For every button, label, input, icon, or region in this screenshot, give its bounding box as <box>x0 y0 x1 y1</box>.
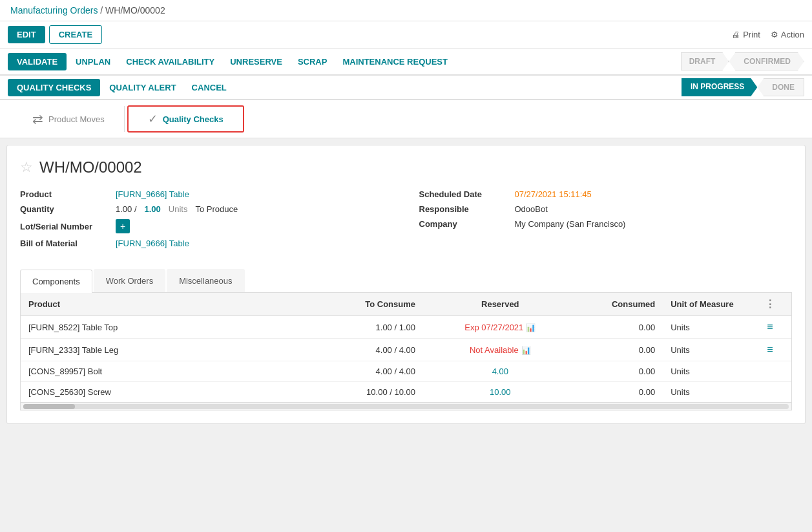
responsible-field-row: Responsible OdooBot <box>419 204 793 214</box>
company-field-row: Company My Company (San Francisco) <box>419 219 793 229</box>
cell-uom: Units <box>663 382 749 403</box>
company-value: My Company (San Francisco) <box>515 219 626 229</box>
scrollbar-track <box>23 404 789 409</box>
cell-uom: Units <box>663 361 749 382</box>
action-bar-row1: VALIDATE UNPLAN CHECK AVAILABILITY UNRES… <box>0 48 812 76</box>
quantity-field-row: Quantity 1.00 / 1.00 Units To Produce <box>20 204 393 214</box>
product-value[interactable]: [FURN_9666] Table <box>116 189 189 199</box>
forecast-chart-icon[interactable]: 📊 <box>521 346 531 355</box>
edit-button[interactable]: EDIT <box>8 26 45 43</box>
cancel-button[interactable]: CANCEL <box>185 79 233 96</box>
quantity-label: Quantity <box>20 204 110 214</box>
cell-product: [CONS_89957] Bolt <box>21 361 320 382</box>
cell-product: [FURN_2333] Table Leg <box>21 339 320 361</box>
breadcrumb-separator: / <box>100 5 105 16</box>
tab-work-orders[interactable]: Work Orders <box>94 269 165 292</box>
status-done: DONE <box>757 78 804 96</box>
scheduled-date-field-row: Scheduled Date 07/27/2021 15:11:45 <box>419 189 793 199</box>
lot-add-button[interactable]: + <box>116 219 130 233</box>
table-body: [FURN_8522] Table Top1.00 / 1.00Exp 07/2… <box>21 316 791 403</box>
responsible-value: OdooBot <box>515 204 548 214</box>
table-header-row: Product To Consume Reserved Consumed Uni… <box>21 293 791 316</box>
cell-uom: Units <box>663 316 749 339</box>
product-moves-label: Product Moves <box>48 114 105 124</box>
form-right-column: Scheduled Date 07/27/2021 15:11:45 Respo… <box>419 189 793 253</box>
cell-reserved: 10.00 <box>423 382 578 403</box>
cell-to-consume: 4.00 / 4.00 <box>320 361 423 382</box>
breadcrumb: Manufacturing Orders / WH/MO/00002 <box>10 5 165 16</box>
lot-field-row: Lot/Serial Number + <box>20 219 393 233</box>
create-button[interactable]: CREATE <box>49 25 102 44</box>
cell-reserved: Exp 07/27/2021📊 <box>423 316 578 339</box>
status-draft: DRAFT <box>681 52 729 70</box>
favorite-star-icon[interactable]: ☆ <box>20 159 33 176</box>
toolbar-right: 🖨 Print ⚙ Action <box>732 30 804 39</box>
cell-row-actions <box>749 382 791 403</box>
quantity-unit: Units <box>169 204 188 214</box>
cell-row-actions: ≡ <box>749 316 791 339</box>
cell-to-consume: 10.00 / 10.00 <box>320 382 423 403</box>
form-left-column: Product [FURN_9666] Table Quantity 1.00 … <box>20 189 393 253</box>
row-detail-icon[interactable]: ≡ <box>767 321 773 332</box>
maintenance-request-button[interactable]: MAINTENANCE REQUEST <box>336 53 454 70</box>
status-confirmed: CONFIRMED <box>729 52 804 70</box>
cell-reserved: 4.00 <box>423 361 578 382</box>
record-title: WH/MO/00002 <box>39 158 142 176</box>
lot-label: Lot/Serial Number <box>20 222 110 231</box>
form-fields: Product [FURN_9666] Table Quantity 1.00 … <box>20 189 792 253</box>
bom-field-row: Bill of Material [FURN_9666] Table <box>20 239 393 248</box>
cell-product: [FURN_8522] Table Top <box>21 316 320 339</box>
cell-consumed: 0.00 <box>578 361 663 382</box>
action-bar-row2: QUALITY CHECKS QUALITY ALERT CANCEL IN P… <box>0 76 812 100</box>
cell-reserved: Not Available📊 <box>423 339 578 361</box>
th-consumed: Consumed <box>578 293 663 316</box>
tab-bar: Components Work Orders Miscellaneous <box>20 269 792 293</box>
breadcrumb-parent[interactable]: Manufacturing Orders <box>10 5 98 16</box>
scrap-button[interactable]: SCRAP <box>291 53 334 70</box>
table-row: [FURN_8522] Table Top1.00 / 1.00Exp 07/2… <box>21 316 791 339</box>
horizontal-scrollbar[interactable] <box>21 402 791 410</box>
th-to-consume: To Consume <box>320 293 423 316</box>
cell-row-actions <box>749 361 791 382</box>
tab-components[interactable]: Components <box>20 270 92 293</box>
breadcrumb-bar: Manufacturing Orders / WH/MO/00002 <box>0 0 812 21</box>
table-row: [CONS_25630] Screw10.00 / 10.0010.000.00… <box>21 382 791 403</box>
status-bar-top: DRAFT CONFIRMED <box>681 52 804 70</box>
tab-miscellaneous[interactable]: Miscellaneous <box>167 269 244 292</box>
table-row: [FURN_2333] Table Leg4.00 / 4.00Not Avai… <box>21 339 791 361</box>
column-options-icon[interactable]: ⋮ <box>765 299 775 310</box>
print-button[interactable]: 🖨 Print <box>732 30 760 39</box>
row-detail-icon[interactable]: ≡ <box>767 344 773 355</box>
record-header: ☆ WH/MO/00002 <box>20 158 792 176</box>
responsible-label: Responsible <box>419 204 510 214</box>
unreserve-button[interactable]: UNRESERVE <box>224 53 289 70</box>
product-field-row: Product [FURN_9666] Table <box>20 189 393 199</box>
main-form: ☆ WH/MO/00002 Product [FURN_9666] Table … <box>6 145 806 424</box>
cell-to-consume: 1.00 / 1.00 <box>320 316 423 339</box>
cell-to-consume: 4.00 / 4.00 <box>320 339 423 361</box>
action-button[interactable]: ⚙ Action <box>771 30 804 39</box>
forecast-chart-icon[interactable]: 📊 <box>526 323 536 332</box>
quality-checks-smart-button[interactable]: ✓ Quality Checks <box>127 105 244 133</box>
scrollbar-thumb <box>23 404 75 409</box>
table-row: [CONS_89957] Bolt4.00 / 4.004.000.00Unit… <box>21 361 791 382</box>
cell-consumed: 0.00 <box>578 382 663 403</box>
check-availability-button[interactable]: CHECK AVAILABILITY <box>120 53 221 70</box>
product-moves-button[interactable]: ⇄ Product Moves <box>13 106 125 132</box>
th-actions: ⋮ <box>749 293 791 316</box>
quality-alert-button[interactable]: QUALITY ALERT <box>103 79 182 96</box>
scheduled-date-value: 07/27/2021 15:11:45 <box>515 189 592 199</box>
unplan-button[interactable]: UNPLAN <box>69 53 117 70</box>
cell-consumed: 0.00 <box>578 316 663 339</box>
validate-button[interactable]: VALIDATE <box>8 53 67 70</box>
status-bar-bottom: IN PROGRESS DONE <box>682 78 804 96</box>
components-table-container: Product To Consume Reserved Consumed Uni… <box>20 293 792 410</box>
company-label: Company <box>419 219 510 229</box>
quantity-value: 1.00 / <box>116 204 137 214</box>
cell-product: [CONS_25630] Screw <box>21 382 320 403</box>
bom-value[interactable]: [FURN_9666] Table <box>116 239 189 248</box>
cell-row-actions: ≡ <box>749 339 791 361</box>
th-uom: Unit of Measure <box>663 293 749 316</box>
print-label: Print <box>743 30 760 39</box>
quality-checks-button[interactable]: QUALITY CHECKS <box>8 79 100 96</box>
